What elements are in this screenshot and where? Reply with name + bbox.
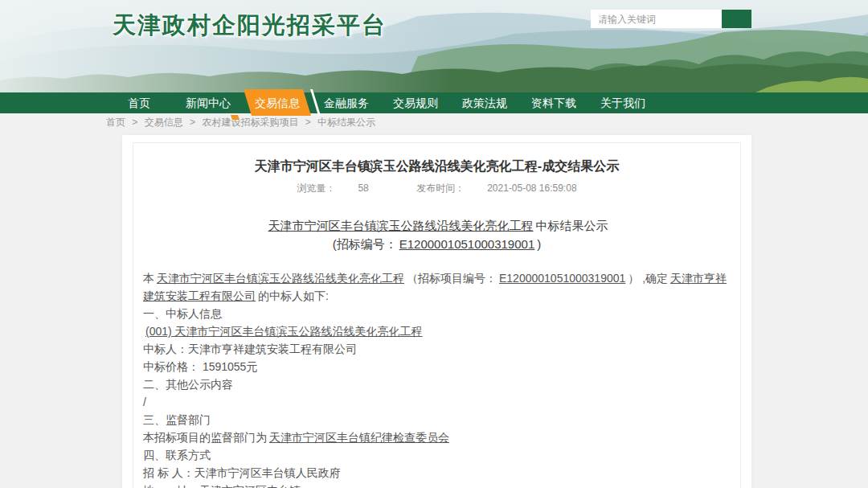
breadcrumb: 首页 > 交易信息 > 农村建设招标采购项目 > 中标结果公示 [106, 113, 375, 131]
nav-item-home[interactable]: 首页 [104, 92, 174, 113]
nav-item-about[interactable]: 关于我们 [588, 92, 657, 113]
nav-item-news[interactable]: 新闻中心 [174, 92, 243, 113]
section-3-title: 三、监督部门 [143, 411, 731, 429]
breadcrumb-trade-info[interactable]: 交易信息 [145, 117, 183, 128]
project-name: 天津市宁河区丰台镇滨玉公路线沿线美化亮化工程 [157, 272, 404, 285]
breadcrumb-rural-projects[interactable]: 农村建设招标采购项目 [202, 117, 298, 128]
document-heading: 天津市宁河区丰台镇滨玉公路线沿线美化亮化工程中标结果公示 [143, 216, 731, 235]
article-body: 本天津市宁河区丰台镇滨玉公路线沿线美化亮化工程（招标项目编号：E12000010… [143, 269, 731, 488]
article-container: 天津市宁河区丰台镇滨玉公路线沿线美化亮化工程-成交结果公示 浏览量：58 发布时… [133, 142, 741, 488]
section-2-title: 二、其他公示内容 [143, 375, 731, 393]
project-code: E1200001051000319001 [499, 272, 625, 285]
supervision-department: 天津市宁河区丰台镇纪律检查委员会 [269, 431, 449, 444]
article-title: 天津市宁河区丰台镇滨玉公路线沿线美化亮化工程-成交结果公示 [143, 158, 731, 175]
nav-item-trade-info[interactable]: 交易信息 [243, 92, 312, 113]
bid-number: E1200001051000319001 [399, 237, 535, 251]
section-4-title: 四、联系方式 [143, 446, 731, 464]
project-name: 天津市宁河区丰台镇滨玉公路线沿线美化亮化工程 [268, 219, 534, 232]
nav-item-policy[interactable]: 政策法规 [450, 92, 519, 113]
nav-item-trade-rules[interactable]: 交易规则 [381, 92, 450, 113]
main-nav: 首页 新闻中心 交易信息 金融服务 交易规则 政策法规 资料下载 关于我们 [0, 92, 868, 113]
page: 天津政村企阳光招采平台 首页 新闻中心 交易信息 金融服务 交易规则 政策法规 … [0, 0, 868, 488]
breadcrumb-separator: > [132, 117, 137, 128]
bidder-line: 招 标 人：天津市宁河区丰台镇人民政府 [143, 464, 731, 482]
search-button[interactable] [722, 10, 751, 28]
search-bar [591, 10, 751, 28]
content-panel: 天津市宁河区丰台镇滨玉公路线沿线美化亮化工程-成交结果公示 浏览量：58 发布时… [122, 135, 751, 488]
price-line: 中标价格： 1591055元 [143, 358, 731, 375]
active-tab-corner [231, 115, 240, 120]
bid-number-line: (招标编号：E1200001051000319001) [143, 235, 731, 253]
article-meta: 浏览量：58 发布时间：2021-05-08 16:59:08 [143, 182, 731, 195]
breadcrumb-separator: > [190, 117, 195, 128]
search-input[interactable] [591, 10, 722, 28]
section-1-title: 一、中标人信息 [143, 305, 731, 322]
site-title: 天津政村企阳光招采平台 [113, 10, 387, 42]
publish-time: 发布时间：2021-05-08 16:59:08 [405, 182, 588, 194]
views-counter: 浏览量：58 [285, 182, 379, 194]
winner-line: 中标人：天津市亨祥建筑安装工程有限公司 [143, 340, 731, 358]
address-line: 地 址：天津市宁河区丰台镇 [143, 482, 731, 488]
section-1-item: (001) 天津市宁河区丰台镇滨玉公路线沿线美化亮化工程 [143, 322, 731, 340]
breadcrumb-current: 中标结果公示 [317, 117, 375, 128]
breadcrumb-home[interactable]: 首页 [106, 117, 125, 128]
hero-banner: 天津政村企阳光招采平台 [0, 0, 868, 92]
section-2-content: / [143, 393, 731, 411]
breadcrumb-separator: > [305, 117, 311, 128]
nav-item-downloads[interactable]: 资料下载 [519, 92, 588, 113]
supervisor-line: 本招标项目的监督部门为天津市宁河区丰台镇纪律检查委员会 [143, 429, 731, 446]
nav-item-finance[interactable]: 金融服务 [312, 92, 381, 113]
intro-paragraph: 本天津市宁河区丰台镇滨玉公路线沿线美化亮化工程（招标项目编号：E12000010… [143, 269, 731, 305]
